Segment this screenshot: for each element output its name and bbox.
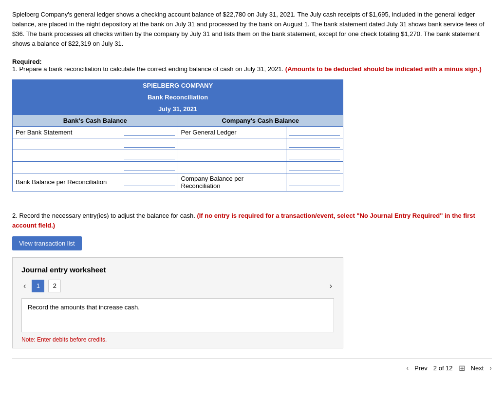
company-row1-input-cell[interactable] xyxy=(286,138,343,150)
per-general-ledger-label: Per General Ledger xyxy=(178,126,286,138)
bank-row1-input[interactable] xyxy=(124,140,175,148)
record-instruction-box: Record the amounts that increase cash. xyxy=(21,298,334,332)
table-title-header: Bank Reconciliation xyxy=(13,91,343,103)
bank-row1-input-cell[interactable] xyxy=(121,138,178,150)
question-1-red: (Amounts to be deducted should be indica… xyxy=(285,65,482,73)
bank-row2-label xyxy=(13,150,121,161)
bottom-prev-arrow[interactable]: ‹ xyxy=(406,364,409,372)
bank-balance-reconciliation-input[interactable] xyxy=(124,178,175,186)
required-section: Required: 1. Prepare a bank reconciliati… xyxy=(12,58,492,73)
company-balance-reconciliation-input-cell[interactable] xyxy=(286,173,343,191)
company-balance-reconciliation-input[interactable] xyxy=(289,178,340,186)
table-row xyxy=(13,138,343,150)
bottom-next-arrow[interactable]: › xyxy=(489,364,492,372)
company-row2-input-cell[interactable] xyxy=(286,150,343,161)
page-indicator: 2 of 12 xyxy=(433,364,453,372)
nav-next-arrow[interactable]: › xyxy=(328,282,334,290)
question-2-section: 2. Record the necessary entry(ies) to ad… xyxy=(12,211,492,230)
table-date-header: July 31, 2021 xyxy=(13,103,343,115)
company-row3-input-cell[interactable] xyxy=(286,161,343,173)
per-bank-statement-input-cell[interactable] xyxy=(121,126,178,138)
journal-entry-worksheet: Journal entry worksheet ‹ 1 2 › Record t… xyxy=(12,257,343,348)
company-name-header: SPIELBERG COMPANY xyxy=(13,79,343,91)
company-row1-label xyxy=(178,138,286,150)
company-row2-input[interactable] xyxy=(289,152,340,159)
table-row xyxy=(13,161,343,173)
bank-row1-label xyxy=(13,138,121,150)
company-row3-input[interactable] xyxy=(289,163,340,171)
record-instruction-text: Record the amounts that increase cash. xyxy=(28,304,140,311)
company-row3-label xyxy=(178,161,286,173)
reconciliation-table-wrapper: SPIELBERG COMPANY Bank Reconciliation Ju… xyxy=(12,79,343,191)
per-bank-statement-input[interactable] xyxy=(124,128,175,136)
reconciliation-table: SPIELBERG COMPANY Bank Reconciliation Ju… xyxy=(12,79,343,191)
table-row-total: Bank Balance per Reconciliation Company … xyxy=(13,173,343,191)
company-row2-label xyxy=(178,150,286,161)
table-row: Per Bank Statement Per General Ledger xyxy=(13,126,343,138)
intro-paragraph: Spielberg Company's general ledger shows… xyxy=(12,10,492,49)
table-row xyxy=(13,150,343,161)
bank-row3-input[interactable] xyxy=(124,163,175,171)
nav-prev-arrow[interactable]: ‹ xyxy=(21,282,28,290)
bank-balance-reconciliation-input-cell[interactable] xyxy=(121,173,178,191)
page-btn-2[interactable]: 2 xyxy=(48,280,61,292)
per-general-ledger-input-cell[interactable] xyxy=(286,126,343,138)
question-2-plain: 2. Record the necessary entry(ies) to ad… xyxy=(12,212,195,219)
bottom-navigation: ‹ Prev 2 of 12 ⊞ Next › xyxy=(12,358,492,373)
required-label: Required: xyxy=(12,58,42,65)
company-row1-input[interactable] xyxy=(289,140,340,148)
bank-row2-input[interactable] xyxy=(124,152,175,159)
bank-row3-label xyxy=(13,161,121,173)
company-balance-reconciliation-label: Company Balance per Reconciliation xyxy=(178,173,286,191)
banks-cash-balance-col-header: Bank's Cash Balance xyxy=(13,115,178,126)
companys-cash-balance-col-header: Company's Cash Balance xyxy=(178,115,343,126)
worksheet-nav: ‹ 1 2 › xyxy=(21,280,334,292)
grid-icon[interactable]: ⊞ xyxy=(459,363,465,373)
per-general-ledger-input[interactable] xyxy=(289,128,340,136)
prev-label[interactable]: Prev xyxy=(414,364,428,372)
page-btn-1[interactable]: 1 xyxy=(32,280,44,292)
view-transaction-list-button[interactable]: View transaction list xyxy=(12,236,82,250)
next-label[interactable]: Next xyxy=(471,364,484,372)
per-bank-statement-label: Per Bank Statement xyxy=(13,126,121,138)
bank-row3-input-cell[interactable] xyxy=(121,161,178,173)
bank-row2-input-cell[interactable] xyxy=(121,150,178,161)
journal-worksheet-title: Journal entry worksheet xyxy=(21,266,334,274)
bank-balance-reconciliation-label: Bank Balance per Reconciliation xyxy=(13,173,121,191)
question-1-text: 1. Prepare a bank reconciliation to calc… xyxy=(12,65,283,73)
note-text: Note: Enter debits before credits. xyxy=(21,336,334,343)
